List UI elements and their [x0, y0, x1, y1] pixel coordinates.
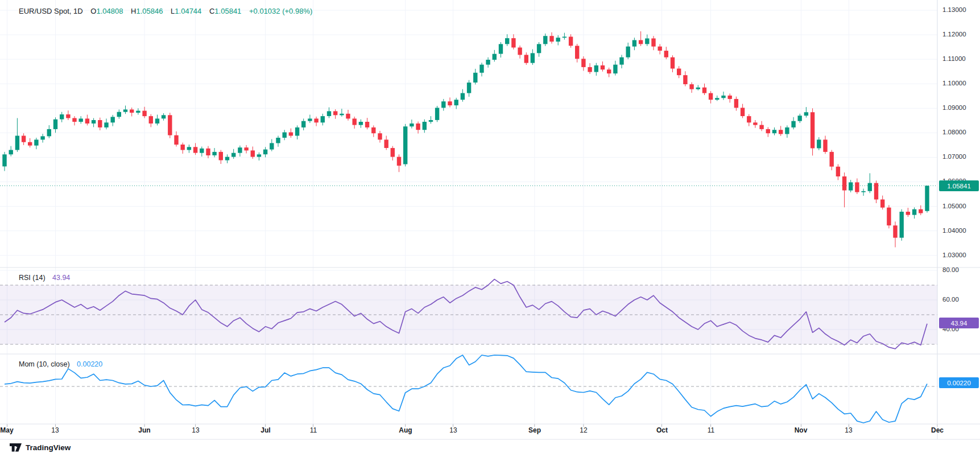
momentum-pane[interactable] — [0, 354, 937, 424]
close-value: 1.05841 — [214, 7, 241, 15]
tradingview-logo-icon — [10, 443, 22, 452]
momentum-label[interactable]: Mom (10, close) — [19, 360, 70, 368]
time-tick-label: 13 — [836, 426, 861, 434]
rsi-pane[interactable] — [0, 267, 937, 354]
time-tick-label: Oct — [650, 426, 675, 434]
time-tick-label: Jul — [253, 426, 278, 434]
time-tick-label: 13 — [43, 426, 68, 434]
price-tick-label: 1.08000 — [942, 129, 966, 135]
momentum-value: 0.00220 — [77, 360, 102, 368]
price-tick-label: 1.07000 — [942, 153, 966, 160]
tradingview-chart-window: EUR/USD Spot, 1D O1.04808 H1.05846 L1.04… — [0, 0, 980, 457]
time-tick-label: 12 — [571, 426, 596, 434]
price-tick-label: 1.13000 — [942, 6, 966, 13]
symbol-legend: EUR/USD Spot, 1D O1.04808 H1.05846 L1.04… — [19, 7, 312, 15]
price-pane[interactable] — [0, 0, 937, 267]
time-tick-label: Sep — [522, 426, 547, 434]
price-tick-label: 1.05000 — [942, 203, 966, 209]
time-tick-label: 11 — [301, 426, 326, 434]
tradingview-logo-text: TradingView — [26, 443, 71, 452]
low-value: 1.04744 — [175, 7, 201, 15]
momentum-value-badge[interactable]: 0.00220 — [939, 377, 979, 388]
price-tick-label: 1.12000 — [942, 31, 966, 38]
time-tick-label: Aug — [393, 426, 418, 434]
momentum-legend: Mom (10, close) 0.00220 — [19, 360, 102, 368]
price-tick-label: 1.10000 — [942, 80, 966, 87]
high-value: 1.05846 — [136, 7, 163, 15]
rsi-value: 43.94 — [52, 274, 70, 282]
last-price-badge[interactable]: 1.05841 — [939, 180, 979, 191]
price-tick-label: 1.09000 — [942, 104, 966, 111]
rsi-label[interactable]: RSI (14) — [19, 274, 46, 282]
price-tick-label: 1.04000 — [942, 227, 966, 234]
tradingview-logo[interactable]: TradingView — [10, 443, 71, 452]
time-tick-label: Jun — [132, 426, 157, 434]
price-tick-label: 1.11000 — [942, 55, 966, 62]
time-tick-label: Nov — [788, 426, 813, 434]
change-value: +0.01032 (+0.98%) — [249, 7, 312, 15]
open-label: O — [90, 7, 96, 15]
time-tick-label: 13 — [441, 426, 466, 434]
symbol-title[interactable]: EUR/USD Spot, 1D — [19, 7, 83, 15]
price-tick-label: 1.03000 — [942, 252, 966, 258]
time-tick-label: May — [0, 426, 19, 434]
time-tick-label: 11 — [698, 426, 723, 434]
rsi-tick-label: 80.00 — [942, 266, 959, 273]
rsi-value-badge[interactable]: 43.94 — [939, 318, 979, 328]
rsi-tick-label: 60.00 — [942, 296, 959, 303]
time-tick-label: Dec — [925, 426, 950, 434]
time-tick-label: 13 — [183, 426, 208, 434]
price-axis-scale[interactable] — [937, 0, 980, 439]
rsi-legend: RSI (14) 43.94 — [19, 274, 70, 282]
close-label: C — [209, 7, 214, 15]
open-value: 1.04808 — [96, 7, 123, 15]
